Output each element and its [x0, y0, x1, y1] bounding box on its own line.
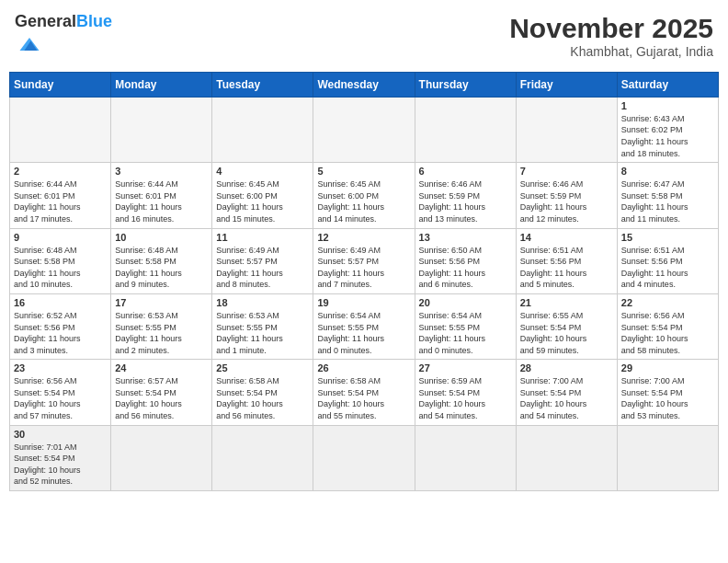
day-number: 10	[115, 232, 208, 243]
title-block: November 2025 Khambhat, Gujarat, India	[509, 13, 713, 59]
day-info: Sunrise: 6:48 AM Sunset: 5:58 PM Dayligh…	[14, 245, 107, 291]
day-info: Sunrise: 6:53 AM Sunset: 5:55 PM Dayligh…	[216, 310, 309, 356]
day-info: Sunrise: 6:43 AM Sunset: 6:02 PM Dayligh…	[621, 113, 714, 159]
day-number: 2	[14, 166, 107, 177]
day-number: 1	[621, 100, 714, 111]
calendar-cell: 3Sunrise: 6:44 AM Sunset: 6:01 PM Daylig…	[111, 163, 212, 228]
day-number: 17	[115, 297, 208, 308]
day-number: 30	[14, 429, 107, 440]
day-number: 20	[419, 297, 512, 308]
day-number: 19	[317, 297, 410, 308]
day-number: 4	[216, 166, 309, 177]
calendar-cell: 16Sunrise: 6:52 AM Sunset: 5:56 PM Dayli…	[10, 293, 111, 359]
day-info: Sunrise: 7:01 AM Sunset: 5:54 PM Dayligh…	[14, 442, 107, 488]
day-number: 23	[14, 362, 107, 373]
day-info: Sunrise: 6:46 AM Sunset: 5:59 PM Dayligh…	[419, 178, 512, 224]
calendar-cell: 28Sunrise: 7:00 AM Sunset: 5:54 PM Dayli…	[516, 360, 617, 425]
week-row-5: 23Sunrise: 6:56 AM Sunset: 5:54 PM Dayli…	[10, 360, 719, 425]
calendar-cell	[415, 97, 516, 162]
calendar-cell	[212, 425, 313, 490]
calendar-cell	[111, 425, 212, 490]
day-info: Sunrise: 6:51 AM Sunset: 5:56 PM Dayligh…	[621, 245, 714, 291]
calendar-cell: 12Sunrise: 6:49 AM Sunset: 5:57 PM Dayli…	[313, 228, 415, 293]
day-info: Sunrise: 6:57 AM Sunset: 5:54 PM Dayligh…	[115, 375, 208, 421]
calendar-cell	[10, 97, 111, 162]
day-number: 11	[216, 232, 309, 243]
day-number: 14	[520, 232, 613, 243]
day-info: Sunrise: 7:00 AM Sunset: 5:54 PM Dayligh…	[520, 375, 613, 421]
calendar-cell: 24Sunrise: 6:57 AM Sunset: 5:54 PM Dayli…	[111, 360, 212, 425]
day-info: Sunrise: 6:55 AM Sunset: 5:54 PM Dayligh…	[520, 310, 613, 356]
logo: GeneralBlue	[15, 13, 112, 61]
calendar-cell: 15Sunrise: 6:51 AM Sunset: 5:56 PM Dayli…	[617, 228, 718, 293]
calendar-cell: 30Sunrise: 7:01 AM Sunset: 5:54 PM Dayli…	[10, 425, 111, 490]
weekday-header-wednesday: Wednesday	[313, 72, 415, 97]
weekday-header-friday: Friday	[516, 72, 617, 97]
month-title: November 2025	[509, 13, 713, 44]
week-row-4: 16Sunrise: 6:52 AM Sunset: 5:56 PM Dayli…	[10, 293, 719, 359]
calendar-cell: 6Sunrise: 6:46 AM Sunset: 5:59 PM Daylig…	[415, 163, 516, 228]
day-number: 13	[419, 232, 512, 243]
calendar-cell: 25Sunrise: 6:58 AM Sunset: 5:54 PM Dayli…	[212, 360, 313, 425]
day-number: 29	[621, 362, 714, 373]
day-info: Sunrise: 6:59 AM Sunset: 5:54 PM Dayligh…	[419, 375, 512, 421]
calendar-cell: 14Sunrise: 6:51 AM Sunset: 5:56 PM Dayli…	[516, 228, 617, 293]
calendar-cell	[111, 97, 212, 162]
day-number: 6	[419, 166, 512, 177]
day-number: 24	[115, 362, 208, 373]
day-info: Sunrise: 6:44 AM Sunset: 6:01 PM Dayligh…	[115, 178, 208, 224]
calendar-cell: 21Sunrise: 6:55 AM Sunset: 5:54 PM Dayli…	[516, 293, 617, 359]
calendar-cell: 22Sunrise: 6:56 AM Sunset: 5:54 PM Dayli…	[617, 293, 718, 359]
calendar-cell: 20Sunrise: 6:54 AM Sunset: 5:55 PM Dayli…	[415, 293, 516, 359]
day-info: Sunrise: 6:52 AM Sunset: 5:56 PM Dayligh…	[14, 310, 107, 356]
location-subtitle: Khambhat, Gujarat, India	[509, 44, 713, 59]
day-info: Sunrise: 6:50 AM Sunset: 5:56 PM Dayligh…	[419, 245, 512, 291]
day-info: Sunrise: 6:58 AM Sunset: 5:54 PM Dayligh…	[216, 375, 309, 421]
day-info: Sunrise: 6:51 AM Sunset: 5:56 PM Dayligh…	[520, 245, 613, 291]
calendar-cell	[415, 425, 516, 490]
weekday-header-saturday: Saturday	[617, 72, 718, 97]
day-info: Sunrise: 6:53 AM Sunset: 5:55 PM Dayligh…	[115, 310, 208, 356]
day-number: 12	[317, 232, 410, 243]
calendar-cell: 26Sunrise: 6:58 AM Sunset: 5:54 PM Dayli…	[313, 360, 415, 425]
day-number: 15	[621, 232, 714, 243]
logo-icon	[17, 31, 42, 57]
calendar-cell	[313, 425, 415, 490]
day-info: Sunrise: 6:47 AM Sunset: 5:58 PM Dayligh…	[621, 178, 714, 224]
calendar-cell	[516, 425, 617, 490]
day-info: Sunrise: 6:44 AM Sunset: 6:01 PM Dayligh…	[14, 178, 107, 224]
calendar-cell: 1Sunrise: 6:43 AM Sunset: 6:02 PM Daylig…	[617, 97, 718, 162]
day-info: Sunrise: 7:00 AM Sunset: 5:54 PM Dayligh…	[621, 375, 714, 421]
day-number: 25	[216, 362, 309, 373]
day-info: Sunrise: 6:54 AM Sunset: 5:55 PM Dayligh…	[419, 310, 512, 356]
weekday-header-monday: Monday	[111, 72, 212, 97]
calendar-cell: 11Sunrise: 6:49 AM Sunset: 5:57 PM Dayli…	[212, 228, 313, 293]
calendar-cell: 23Sunrise: 6:56 AM Sunset: 5:54 PM Dayli…	[10, 360, 111, 425]
day-info: Sunrise: 6:46 AM Sunset: 5:59 PM Dayligh…	[520, 178, 613, 224]
day-number: 8	[621, 166, 714, 177]
calendar-cell: 9Sunrise: 6:48 AM Sunset: 5:58 PM Daylig…	[10, 228, 111, 293]
calendar-cell: 29Sunrise: 7:00 AM Sunset: 5:54 PM Dayli…	[617, 360, 718, 425]
header: GeneralBlue November 2025 Khambhat, Guja…	[9, 9, 719, 64]
day-number: 22	[621, 297, 714, 308]
logo-text: GeneralBlue	[15, 13, 112, 31]
week-row-3: 9Sunrise: 6:48 AM Sunset: 5:58 PM Daylig…	[10, 228, 719, 293]
day-number: 7	[520, 166, 613, 177]
calendar-cell: 19Sunrise: 6:54 AM Sunset: 5:55 PM Dayli…	[313, 293, 415, 359]
day-info: Sunrise: 6:48 AM Sunset: 5:58 PM Dayligh…	[115, 245, 208, 291]
day-number: 28	[520, 362, 613, 373]
day-number: 18	[216, 297, 309, 308]
day-info: Sunrise: 6:56 AM Sunset: 5:54 PM Dayligh…	[621, 310, 714, 356]
calendar-cell: 8Sunrise: 6:47 AM Sunset: 5:58 PM Daylig…	[617, 163, 718, 228]
day-number: 16	[14, 297, 107, 308]
day-number: 3	[115, 166, 208, 177]
calendar: SundayMondayTuesdayWednesdayThursdayFrid…	[9, 72, 719, 491]
day-number: 9	[14, 232, 107, 243]
calendar-cell: 17Sunrise: 6:53 AM Sunset: 5:55 PM Dayli…	[111, 293, 212, 359]
calendar-cell: 5Sunrise: 6:45 AM Sunset: 6:00 PM Daylig…	[313, 163, 415, 228]
calendar-cell: 4Sunrise: 6:45 AM Sunset: 6:00 PM Daylig…	[212, 163, 313, 228]
calendar-cell	[313, 97, 415, 162]
day-info: Sunrise: 6:56 AM Sunset: 5:54 PM Dayligh…	[14, 375, 107, 421]
day-number: 26	[317, 362, 410, 373]
weekday-header-tuesday: Tuesday	[212, 72, 313, 97]
